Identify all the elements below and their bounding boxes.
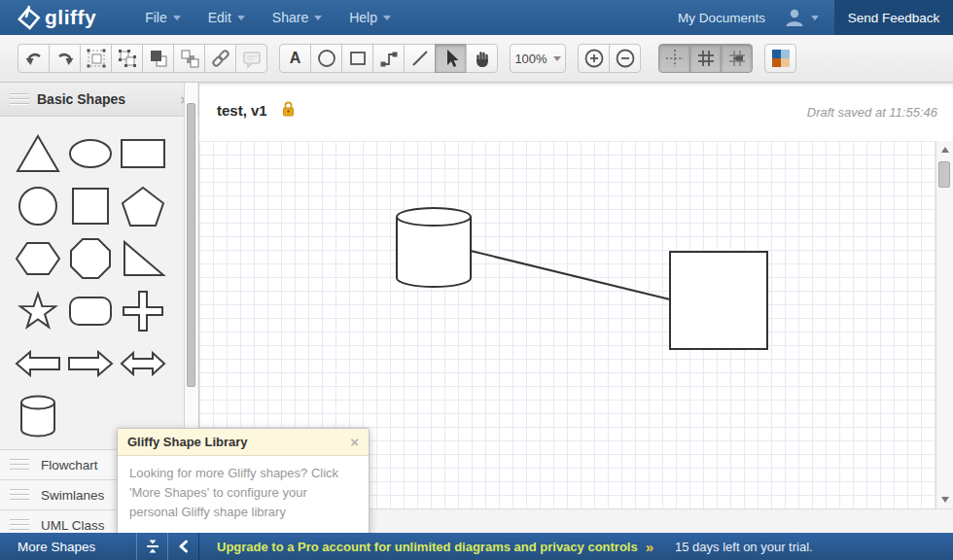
zoom-level-dropdown[interactable]: 100% <box>510 44 566 73</box>
basic-shapes-panel-header[interactable]: Basic Shapes × <box>0 83 198 117</box>
pointer-tool-icon <box>440 47 463 70</box>
right-triangle-icon <box>120 238 166 279</box>
menu-help[interactable]: Help <box>335 0 405 35</box>
tooltip-body: Looking for more Gliffy shapes? Click 'M… <box>118 456 369 534</box>
draw-tools-group: A <box>279 44 498 73</box>
connector-line[interactable] <box>471 251 670 299</box>
bring-to-front-button[interactable] <box>142 44 174 73</box>
collapse-sidebar-button[interactable] <box>167 533 198 560</box>
link-button[interactable] <box>204 44 236 73</box>
sidebar-scrollbar-thumb[interactable] <box>187 103 195 387</box>
zoom-level-group: 100% <box>510 44 566 73</box>
document-title[interactable]: test, v1 <box>217 102 267 119</box>
send-to-back-button[interactable] <box>173 44 205 73</box>
shape-ellipse[interactable] <box>64 127 117 180</box>
arrow-left-icon <box>15 350 61 377</box>
grid-options-group <box>658 44 753 73</box>
scroll-down-button[interactable] <box>936 492 953 508</box>
shape-arrow-double[interactable] <box>117 337 169 390</box>
trial-days-text: 15 days left on your trial. <box>675 540 813 554</box>
comment-icon <box>240 47 264 70</box>
connector-tool-button[interactable] <box>372 44 405 73</box>
zoom-in-icon <box>582 47 606 70</box>
ungroup-icon <box>116 47 139 70</box>
drawing-guides-toggle[interactable] <box>658 44 690 73</box>
shape-triangle[interactable] <box>12 127 64 180</box>
zoom-out-button[interactable] <box>609 44 641 73</box>
vertical-scrollbar[interactable] <box>935 141 953 508</box>
gliffy-logo[interactable]: gliffy <box>16 5 96 30</box>
scroll-up-button[interactable] <box>936 142 953 158</box>
undo-button[interactable] <box>18 44 50 73</box>
shape-hexagon[interactable] <box>12 232 64 285</box>
more-shapes-button[interactable]: More Shapes <box>0 533 199 560</box>
sidebar-scrollbar[interactable] <box>184 83 197 449</box>
more-shapes-label: More Shapes <box>18 540 95 554</box>
account-menu[interactable] <box>783 6 819 29</box>
chevron-down-icon <box>383 16 391 20</box>
zoom-in-button[interactable] <box>578 44 610 73</box>
line-tool-button[interactable] <box>404 44 436 73</box>
shape-octagon[interactable] <box>64 232 117 285</box>
redo-button[interactable] <box>49 44 81 73</box>
send-feedback-button[interactable]: Send Feedback <box>834 0 953 35</box>
cylinder-shape[interactable] <box>397 208 471 287</box>
shape-arrow-right[interactable] <box>64 337 117 390</box>
collapse-panel-button[interactable] <box>136 533 167 560</box>
shape-rectangle[interactable] <box>117 127 169 180</box>
menubar: gliffy File Edit Share Help My Documents… <box>0 0 953 35</box>
my-documents-link[interactable]: My Documents <box>678 11 765 25</box>
ungroup-button[interactable] <box>111 44 143 73</box>
draft-saved-status: Draft saved at 11:55:46 <box>807 105 937 120</box>
edit-tools-group <box>18 44 267 73</box>
shape-pentagon[interactable] <box>117 180 169 232</box>
shape-rounded-rectangle[interactable] <box>64 285 117 337</box>
upgrade-link[interactable]: Upgrade to a Pro account for unlimited d… <box>217 540 638 554</box>
grid-toggle[interactable] <box>689 44 722 73</box>
theme-colors-icon <box>769 47 793 70</box>
pan-tool-button[interactable] <box>466 44 498 73</box>
drag-handle-icon[interactable] <box>10 93 29 105</box>
gliffy-logo-icon <box>16 5 41 30</box>
snap-to-grid-toggle[interactable] <box>721 44 753 73</box>
menu-share[interactable]: Share <box>259 0 335 35</box>
menu-help-label: Help <box>349 10 377 25</box>
theme-button[interactable] <box>764 44 796 73</box>
ellipse-icon <box>67 134 114 173</box>
snap-to-grid-icon <box>725 47 749 70</box>
triangle-icon <box>15 133 61 174</box>
comment-button[interactable] <box>235 44 267 73</box>
rectangle-tool-button[interactable] <box>341 44 373 73</box>
shape-library-tooltip: Gliffy Shape Library × Looking for more … <box>117 428 370 535</box>
menu-file[interactable]: File <box>131 0 194 35</box>
ellipse-tool-icon <box>315 47 338 70</box>
shape-right-triangle[interactable] <box>117 232 169 285</box>
vertical-scrollbar-thumb[interactable] <box>938 161 950 188</box>
toolbar: A 100% <box>0 35 953 83</box>
upgrade-arrows-icon[interactable]: » <box>646 539 653 555</box>
rectangle-icon <box>120 134 166 173</box>
menubar-right: My Documents Send Feedback <box>678 0 953 35</box>
shape-cross[interactable] <box>117 285 169 337</box>
cylinder-icon <box>18 394 58 438</box>
chevron-left-icon <box>177 540 191 553</box>
shape-arrow-left[interactable] <box>12 337 64 390</box>
menu-edit[interactable]: Edit <box>194 0 259 35</box>
shape-square[interactable] <box>64 180 117 232</box>
shape-circle[interactable] <box>12 180 64 232</box>
square-shape[interactable] <box>670 252 767 349</box>
pointer-tool-button[interactable] <box>435 44 467 73</box>
bring-to-front-icon <box>147 47 170 70</box>
shape-cylinder[interactable] <box>12 390 64 442</box>
section-label: Flowchart <box>41 458 98 472</box>
upgrade-banner: Upgrade to a Pro account for unlimited d… <box>217 539 813 555</box>
group-button[interactable] <box>80 44 112 73</box>
shape-star[interactable] <box>12 285 64 337</box>
text-tool-button[interactable]: A <box>279 44 311 73</box>
octagon-icon <box>67 236 114 281</box>
chevron-down-icon <box>314 16 322 20</box>
ellipse-tool-button[interactable] <box>310 44 342 73</box>
close-icon[interactable]: × <box>350 435 359 449</box>
chevron-down-icon <box>811 16 819 20</box>
pentagon-icon <box>120 185 166 228</box>
